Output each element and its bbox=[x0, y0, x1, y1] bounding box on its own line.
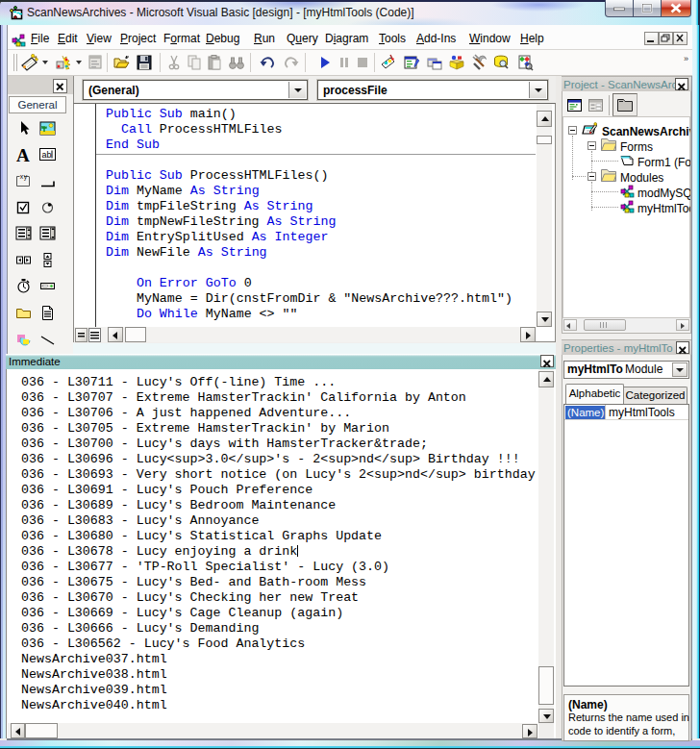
svg-text:ab: ab bbox=[42, 150, 52, 160]
svg-text:xy: xy bbox=[20, 174, 28, 181]
